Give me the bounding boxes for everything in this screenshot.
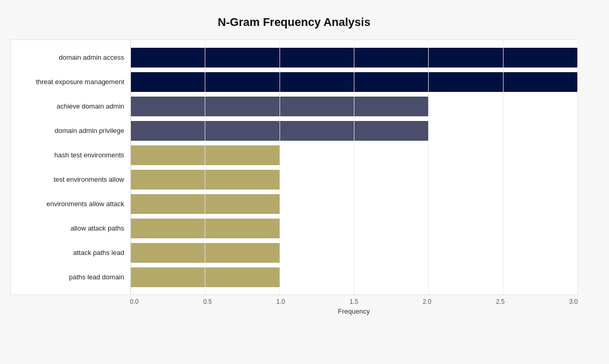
bar-fill	[130, 72, 577, 92]
bar-fill	[130, 267, 280, 287]
bar-track	[130, 267, 577, 287]
bar-fill	[130, 194, 280, 214]
bar-row: attack paths lead	[11, 240, 577, 265]
x-tick-label: 0.5	[203, 298, 212, 305]
bar-label: hash test environments	[11, 151, 130, 159]
bar-fill	[130, 121, 428, 141]
bar-label: threat exposure management	[11, 78, 130, 86]
chart-title: N-Gram Frequency Analysis	[10, 16, 578, 29]
chart-area: domain admin accessthreat exposure manag…	[10, 39, 578, 315]
bar-label: allow attack paths	[11, 224, 130, 232]
bar-row: achieve domain admin	[11, 94, 577, 118]
bar-row: domain admin access	[11, 45, 577, 70]
grid-line	[577, 40, 578, 294]
bar-row: environments allow attack	[11, 192, 577, 216]
bar-fill	[130, 48, 577, 68]
bar-row: paths lead domain	[11, 265, 577, 289]
bar-row: test environments allow	[11, 167, 577, 192]
bar-track	[130, 194, 577, 214]
bar-row: allow attack paths	[11, 216, 577, 240]
x-axis-title: Frequency	[130, 307, 578, 315]
bar-label: domain admin access	[11, 53, 130, 61]
x-axis-ticks: 0.00.51.01.52.02.53.0	[130, 298, 578, 305]
bar-row: domain admin privilege	[11, 118, 577, 143]
chart-container: N-Gram Frequency Analysis domain admin a…	[0, 0, 609, 364]
x-tick-label: 1.5	[350, 298, 359, 305]
bar-track	[130, 72, 577, 92]
bar-label: test environments allow	[11, 176, 130, 183]
bar-track	[130, 170, 577, 190]
x-tick-label: 3.0	[569, 298, 578, 305]
bar-track	[130, 97, 577, 116]
bar-track	[130, 243, 577, 263]
bar-label: environments allow attack	[11, 200, 130, 208]
bar-label: attack paths lead	[11, 249, 130, 257]
x-tick-label: 2.5	[496, 298, 505, 305]
bars-section: domain admin accessthreat exposure manag…	[10, 39, 578, 295]
bar-fill	[130, 243, 280, 263]
bar-fill	[130, 97, 428, 116]
x-tick-label: 1.0	[276, 298, 285, 305]
bar-row: threat exposure management	[11, 70, 577, 94]
x-axis: 0.00.51.01.52.02.53.0	[130, 295, 578, 305]
bar-track	[130, 145, 577, 165]
bar-label: paths lead domain	[11, 273, 130, 281]
bar-label: achieve domain admin	[11, 102, 130, 110]
x-tick-label: 2.0	[423, 298, 432, 305]
bar-track	[130, 219, 577, 238]
bar-fill	[130, 170, 280, 190]
bar-track	[130, 48, 577, 68]
bar-fill	[130, 145, 280, 165]
bar-track	[130, 121, 577, 141]
bar-fill	[130, 219, 280, 238]
bar-label: domain admin privilege	[11, 127, 130, 134]
x-tick-label: 0.0	[130, 298, 139, 305]
bar-row: hash test environments	[11, 143, 577, 167]
